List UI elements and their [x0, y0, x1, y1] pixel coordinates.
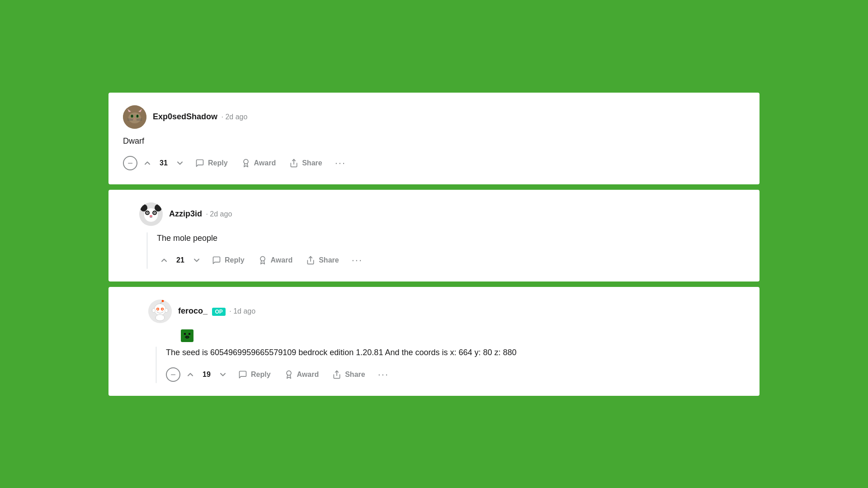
- indent-line-2: [146, 232, 148, 269]
- avatar-2: [139, 202, 163, 226]
- reply-button-3[interactable]: Reply: [233, 366, 276, 383]
- vote-section-2: 21: [157, 253, 204, 267]
- share-icon-3: [332, 370, 341, 379]
- vote-count-1: 31: [158, 159, 169, 167]
- comment-content-1: Dwarf − 31: [123, 135, 745, 172]
- comment-body-2: The mole people 21: [123, 232, 745, 269]
- more-button-3[interactable]: ···: [373, 366, 393, 383]
- svg-point-1: [128, 113, 141, 123]
- timestamp-2: · 2d ago: [206, 210, 232, 218]
- upvote-icon-3: [186, 370, 195, 379]
- share-button-3[interactable]: Share: [327, 366, 370, 383]
- svg-point-31: [154, 304, 166, 315]
- collapse-button-3[interactable]: −: [166, 367, 180, 382]
- reply-button-1[interactable]: Reply: [190, 155, 233, 171]
- downvote-button-1[interactable]: [173, 156, 187, 170]
- share-icon-2: [306, 256, 315, 265]
- comment-header-1: Exp0sedShadow · 2d ago: [123, 105, 745, 129]
- comment-card-3: feroco_ OP · 1d ago The seed is 605496: [108, 287, 760, 396]
- comment-body-3: The seed is 6054969959665579109 bedrock …: [123, 347, 745, 383]
- avatar-3: [148, 300, 172, 323]
- award-icon-1: [241, 159, 250, 168]
- svg-point-33: [162, 300, 164, 302]
- comment-card-2: Azzip3id · 2d ago The mole people 21: [108, 190, 760, 282]
- op-badge-3: OP: [212, 308, 225, 316]
- reply-icon-2: [212, 256, 221, 265]
- svg-rect-47: [186, 338, 189, 338]
- share-button-2[interactable]: Share: [301, 252, 344, 268]
- upvote-icon-1: [143, 159, 152, 168]
- comment-meta-2: Azzip3id · 2d ago: [169, 209, 232, 219]
- more-button-1[interactable]: ···: [330, 155, 350, 172]
- award-button-3[interactable]: Award: [279, 366, 325, 383]
- award-button-2[interactable]: Award: [253, 252, 298, 268]
- comment-body-1: Dwarf − 31: [123, 135, 745, 172]
- upvote-button-3[interactable]: [183, 367, 198, 382]
- minecraft-badge-3: [181, 329, 193, 342]
- svg-point-25: [147, 212, 148, 213]
- comment-header-2: Azzip3id · 2d ago: [123, 202, 745, 226]
- svg-point-40: [156, 314, 165, 321]
- upvote-button-2[interactable]: [157, 253, 171, 267]
- action-bar-2: 21 Reply: [157, 252, 745, 269]
- reply-icon-1: [195, 159, 204, 168]
- more-button-2[interactable]: ···: [347, 252, 367, 269]
- downvote-icon-3: [218, 370, 227, 379]
- svg-point-39: [165, 308, 168, 312]
- vote-section-3: 19: [183, 367, 230, 382]
- svg-point-37: [162, 308, 163, 310]
- svg-rect-42: [184, 333, 186, 335]
- reply-icon-3: [238, 370, 247, 379]
- comment-text-2: The mole people: [157, 232, 745, 244]
- username-2[interactable]: Azzip3id: [169, 209, 202, 218]
- vote-section-1: 31: [140, 156, 187, 170]
- share-button-1[interactable]: Share: [284, 155, 327, 171]
- svg-rect-44: [186, 336, 189, 337]
- svg-point-26: [154, 212, 155, 213]
- svg-point-27: [150, 215, 152, 217]
- svg-point-36: [157, 308, 159, 310]
- downvote-button-3[interactable]: [216, 367, 230, 382]
- comment-text-1: Dwarf: [123, 135, 745, 147]
- vote-count-2: 21: [175, 256, 186, 264]
- downvote-icon-1: [175, 159, 184, 168]
- comment-text-3: The seed is 6054969959665579109 bedrock …: [166, 347, 745, 359]
- badges-row-3: [179, 329, 745, 342]
- timestamp-1: · 2d ago: [222, 113, 248, 121]
- svg-rect-46: [188, 337, 189, 338]
- comment-meta-1: Exp0sedShadow · 2d ago: [153, 112, 247, 122]
- comment-content-2: The mole people 21: [157, 232, 745, 269]
- avatar-1: [123, 105, 146, 129]
- svg-point-8: [132, 115, 132, 117]
- reply-button-2[interactable]: Reply: [207, 252, 250, 268]
- username-1[interactable]: Exp0sedShadow: [153, 112, 217, 121]
- svg-rect-45: [185, 337, 187, 338]
- upvote-icon-2: [160, 256, 169, 265]
- comment-header-3: feroco_ OP · 1d ago: [123, 300, 745, 323]
- comment-content-3: The seed is 6054969959665579109 bedrock …: [166, 347, 745, 383]
- username-3[interactable]: feroco_: [178, 306, 208, 315]
- action-bar-1: − 31: [123, 155, 745, 172]
- comment-card-1: Exp0sedShadow · 2d ago Dwarf − 31: [108, 93, 760, 184]
- timestamp-3: · 1d ago: [229, 307, 255, 315]
- collapse-button-1[interactable]: −: [123, 156, 137, 170]
- svg-point-38: [152, 308, 156, 312]
- svg-rect-43: [189, 333, 190, 335]
- indent-line-3: [156, 347, 157, 383]
- award-icon-2: [258, 256, 267, 265]
- vote-count-3: 19: [201, 371, 212, 379]
- downvote-button-2[interactable]: [189, 253, 204, 267]
- upvote-button-1[interactable]: [140, 156, 155, 170]
- award-icon-3: [284, 370, 293, 379]
- downvote-icon-2: [192, 256, 201, 265]
- action-bar-3: − 19: [166, 366, 745, 383]
- share-icon-1: [289, 159, 298, 168]
- svg-point-9: [137, 115, 138, 117]
- award-button-1[interactable]: Award: [236, 155, 282, 171]
- comment-meta-3: feroco_ OP · 1d ago: [178, 306, 255, 316]
